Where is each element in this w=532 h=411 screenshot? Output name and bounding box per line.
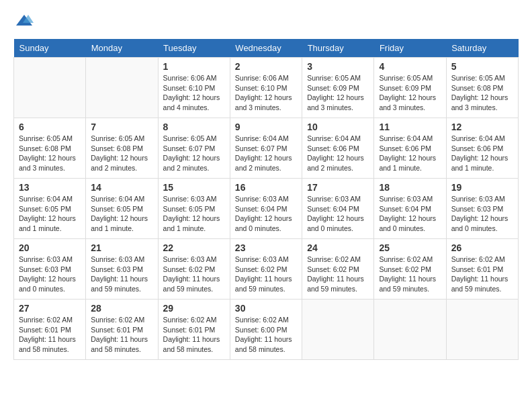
day-info: Sunrise: 6:02 AM Sunset: 6:00 PM Dayligh… bbox=[235, 315, 297, 355]
day-info: Sunrise: 6:05 AM Sunset: 6:07 PM Dayligh… bbox=[163, 134, 225, 173]
day-number: 25 bbox=[379, 242, 441, 253]
day-info: Sunrise: 6:05 AM Sunset: 6:08 PM Dayligh… bbox=[451, 73, 513, 113]
day-number: 20 bbox=[19, 242, 81, 253]
day-info: Sunrise: 6:03 AM Sunset: 6:04 PM Dayligh… bbox=[307, 194, 369, 234]
calendar-day-header: Friday bbox=[374, 39, 446, 58]
day-number: 1 bbox=[163, 61, 225, 72]
day-info: Sunrise: 6:03 AM Sunset: 6:02 PM Dayligh… bbox=[163, 255, 225, 294]
day-number: 26 bbox=[451, 242, 513, 253]
calendar-cell: 14Sunrise: 6:04 AM Sunset: 6:05 PM Dayli… bbox=[86, 179, 158, 239]
calendar-week-row: 20Sunrise: 6:03 AM Sunset: 6:03 PM Dayli… bbox=[14, 239, 519, 300]
day-info: Sunrise: 6:04 AM Sunset: 6:06 PM Dayligh… bbox=[451, 134, 513, 173]
calendar-cell: 27Sunrise: 6:02 AM Sunset: 6:01 PM Dayli… bbox=[14, 300, 86, 360]
day-info: Sunrise: 6:05 AM Sunset: 6:08 PM Dayligh… bbox=[19, 134, 81, 173]
day-info: Sunrise: 6:03 AM Sunset: 6:05 PM Dayligh… bbox=[163, 194, 225, 234]
calendar-cell bbox=[302, 300, 374, 360]
day-info: Sunrise: 6:02 AM Sunset: 6:01 PM Dayligh… bbox=[451, 255, 513, 294]
day-info: Sunrise: 6:03 AM Sunset: 6:03 PM Dayligh… bbox=[91, 255, 152, 294]
calendar-cell: 21Sunrise: 6:03 AM Sunset: 6:03 PM Dayli… bbox=[86, 239, 158, 300]
day-number: 27 bbox=[19, 303, 81, 314]
day-info: Sunrise: 6:06 AM Sunset: 6:10 PM Dayligh… bbox=[163, 73, 225, 113]
day-number: 11 bbox=[379, 122, 441, 132]
calendar-cell: 7Sunrise: 6:05 AM Sunset: 6:08 PM Daylig… bbox=[86, 118, 158, 179]
day-number: 10 bbox=[307, 122, 369, 132]
logo-icon bbox=[15, 13, 34, 28]
day-info: Sunrise: 6:03 AM Sunset: 6:04 PM Dayligh… bbox=[379, 194, 441, 234]
day-info: Sunrise: 6:04 AM Sunset: 6:05 PM Dayligh… bbox=[19, 194, 81, 234]
day-number: 19 bbox=[451, 182, 513, 193]
day-info: Sunrise: 6:05 AM Sunset: 6:09 PM Dayligh… bbox=[307, 73, 369, 113]
day-info: Sunrise: 6:03 AM Sunset: 6:03 PM Dayligh… bbox=[451, 194, 513, 234]
day-number: 22 bbox=[163, 242, 225, 253]
calendar-header-row: SundayMondayTuesdayWednesdayThursdayFrid… bbox=[14, 39, 519, 58]
calendar-cell bbox=[86, 58, 158, 118]
calendar-cell: 23Sunrise: 6:03 AM Sunset: 6:02 PM Dayli… bbox=[230, 239, 302, 300]
calendar-day-header: Sunday bbox=[14, 39, 86, 58]
calendar-cell: 16Sunrise: 6:03 AM Sunset: 6:04 PM Dayli… bbox=[230, 179, 302, 239]
calendar-day-header: Saturday bbox=[446, 39, 518, 58]
calendar-table: SundayMondayTuesdayWednesdayThursdayFrid… bbox=[13, 39, 519, 360]
day-number: 17 bbox=[307, 182, 369, 193]
day-number: 23 bbox=[235, 242, 297, 253]
calendar-cell: 18Sunrise: 6:03 AM Sunset: 6:04 PM Dayli… bbox=[374, 179, 446, 239]
calendar-cell: 6Sunrise: 6:05 AM Sunset: 6:08 PM Daylig… bbox=[14, 118, 86, 179]
calendar-cell: 15Sunrise: 6:03 AM Sunset: 6:05 PM Dayli… bbox=[158, 179, 230, 239]
calendar-day-header: Tuesday bbox=[158, 39, 230, 58]
calendar-cell: 17Sunrise: 6:03 AM Sunset: 6:04 PM Dayli… bbox=[302, 179, 374, 239]
day-info: Sunrise: 6:02 AM Sunset: 6:01 PM Dayligh… bbox=[163, 315, 225, 355]
day-number: 24 bbox=[307, 242, 369, 253]
day-number: 21 bbox=[91, 242, 152, 253]
calendar-cell: 26Sunrise: 6:02 AM Sunset: 6:01 PM Dayli… bbox=[446, 239, 518, 300]
calendar-week-row: 13Sunrise: 6:04 AM Sunset: 6:05 PM Dayli… bbox=[14, 179, 519, 239]
calendar-cell: 9Sunrise: 6:04 AM Sunset: 6:07 PM Daylig… bbox=[230, 118, 302, 179]
day-number: 14 bbox=[91, 182, 152, 193]
page-header bbox=[13, 13, 519, 28]
calendar-cell bbox=[446, 300, 518, 360]
day-number: 6 bbox=[19, 122, 81, 132]
logo bbox=[13, 13, 34, 28]
calendar-week-row: 6Sunrise: 6:05 AM Sunset: 6:08 PM Daylig… bbox=[14, 118, 519, 179]
day-number: 2 bbox=[235, 61, 297, 72]
day-info: Sunrise: 6:05 AM Sunset: 6:09 PM Dayligh… bbox=[379, 73, 441, 113]
calendar-cell: 13Sunrise: 6:04 AM Sunset: 6:05 PM Dayli… bbox=[14, 179, 86, 239]
day-number: 4 bbox=[379, 61, 441, 72]
day-number: 5 bbox=[451, 61, 513, 72]
calendar-day-header: Wednesday bbox=[230, 39, 302, 58]
day-number: 29 bbox=[163, 303, 225, 314]
calendar-cell: 20Sunrise: 6:03 AM Sunset: 6:03 PM Dayli… bbox=[14, 239, 86, 300]
day-info: Sunrise: 6:05 AM Sunset: 6:08 PM Dayligh… bbox=[91, 134, 152, 173]
day-info: Sunrise: 6:04 AM Sunset: 6:06 PM Dayligh… bbox=[379, 134, 441, 173]
day-info: Sunrise: 6:06 AM Sunset: 6:10 PM Dayligh… bbox=[235, 73, 297, 113]
day-info: Sunrise: 6:03 AM Sunset: 6:02 PM Dayligh… bbox=[235, 255, 297, 294]
calendar-cell: 30Sunrise: 6:02 AM Sunset: 6:00 PM Dayli… bbox=[230, 300, 302, 360]
calendar-cell: 10Sunrise: 6:04 AM Sunset: 6:06 PM Dayli… bbox=[302, 118, 374, 179]
day-info: Sunrise: 6:04 AM Sunset: 6:05 PM Dayligh… bbox=[91, 194, 152, 234]
day-number: 9 bbox=[235, 122, 297, 132]
calendar-cell: 19Sunrise: 6:03 AM Sunset: 6:03 PM Dayli… bbox=[446, 179, 518, 239]
day-number: 16 bbox=[235, 182, 297, 193]
calendar-cell: 1Sunrise: 6:06 AM Sunset: 6:10 PM Daylig… bbox=[158, 58, 230, 118]
day-info: Sunrise: 6:04 AM Sunset: 6:06 PM Dayligh… bbox=[307, 134, 369, 173]
day-number: 30 bbox=[235, 303, 297, 314]
calendar-cell: 28Sunrise: 6:02 AM Sunset: 6:01 PM Dayli… bbox=[86, 300, 158, 360]
calendar-day-header: Thursday bbox=[302, 39, 374, 58]
day-number: 12 bbox=[451, 122, 513, 132]
day-number: 15 bbox=[163, 182, 225, 193]
calendar-cell: 12Sunrise: 6:04 AM Sunset: 6:06 PM Dayli… bbox=[446, 118, 518, 179]
day-info: Sunrise: 6:03 AM Sunset: 6:03 PM Dayligh… bbox=[19, 255, 81, 294]
day-info: Sunrise: 6:03 AM Sunset: 6:04 PM Dayligh… bbox=[235, 194, 297, 234]
calendar-cell: 25Sunrise: 6:02 AM Sunset: 6:02 PM Dayli… bbox=[374, 239, 446, 300]
calendar-cell: 22Sunrise: 6:03 AM Sunset: 6:02 PM Dayli… bbox=[158, 239, 230, 300]
calendar-cell: 5Sunrise: 6:05 AM Sunset: 6:08 PM Daylig… bbox=[446, 58, 518, 118]
calendar-week-row: 27Sunrise: 6:02 AM Sunset: 6:01 PM Dayli… bbox=[14, 300, 519, 360]
day-number: 18 bbox=[379, 182, 441, 193]
calendar-cell bbox=[374, 300, 446, 360]
day-number: 3 bbox=[307, 61, 369, 72]
calendar-cell: 8Sunrise: 6:05 AM Sunset: 6:07 PM Daylig… bbox=[158, 118, 230, 179]
day-info: Sunrise: 6:04 AM Sunset: 6:07 PM Dayligh… bbox=[235, 134, 297, 173]
day-number: 28 bbox=[91, 303, 152, 314]
calendar-week-row: 1Sunrise: 6:06 AM Sunset: 6:10 PM Daylig… bbox=[14, 58, 519, 118]
calendar-day-header: Monday bbox=[86, 39, 158, 58]
calendar-cell: 3Sunrise: 6:05 AM Sunset: 6:09 PM Daylig… bbox=[302, 58, 374, 118]
day-number: 8 bbox=[163, 122, 225, 132]
